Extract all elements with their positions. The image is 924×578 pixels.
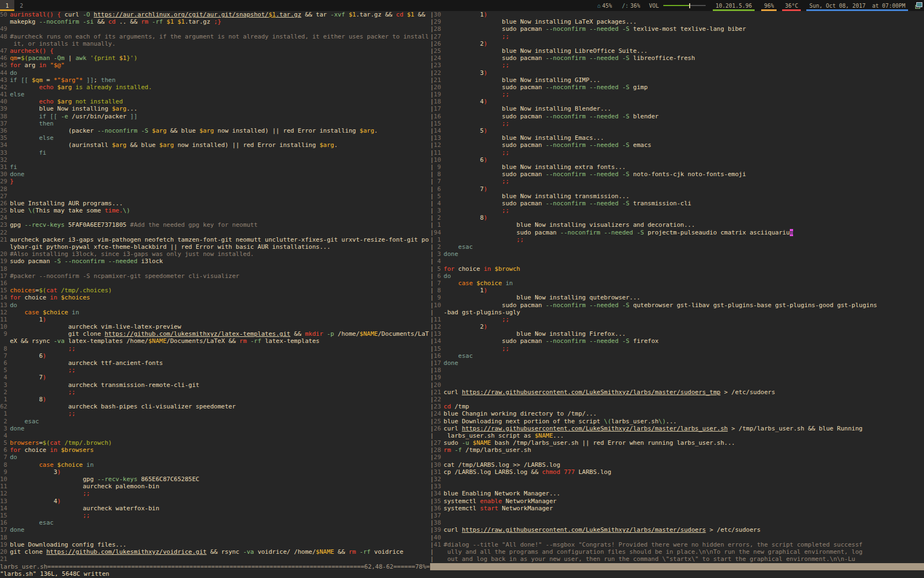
code-row: lybar-git python-pywal xfce-theme-blackb…: [0, 243, 430, 250]
code-row: |39curl https://raw.githubusercontent.co…: [430, 526, 924, 533]
code-row: 23gpg --recv-keys 5FAF0A6EE7371805 #Add …: [0, 221, 430, 228]
window-separator: |: [430, 11, 434, 18]
code-row: 48#aurcheck runs on each of its argument…: [0, 33, 430, 40]
window-separator: |: [430, 127, 434, 134]
workspace-button-2[interactable]: 2: [14, 0, 29, 11]
line-number: 8: [434, 287, 441, 294]
code-row: |1 blue Now installing visualizers and d…: [430, 221, 924, 228]
left-pane[interactable]: 50aurinstall() { curl -O https://aur.arc…: [0, 11, 430, 563]
code-row: 13do: [0, 302, 430, 309]
line-number: 29: [0, 178, 7, 185]
code-row: |25blue Downloading next portion of the …: [430, 418, 924, 425]
line-number: 28: [434, 25, 441, 32]
line-number: 20: [0, 548, 7, 555]
code-row: 3 aurcheck transmission-remote-cli-git: [0, 381, 430, 389]
window-separator: |: [430, 425, 434, 432]
root-usage-value: 36%: [630, 3, 640, 9]
vim-editor: 50aurinstall() { curl -O https://aur.arc…: [0, 11, 924, 578]
line-number: 16: [434, 113, 441, 120]
line-number: 28: [434, 446, 441, 454]
window-separator: |: [430, 410, 434, 417]
code-row: 50aurinstall() { curl -O https://aur.arc…: [0, 11, 430, 18]
window-separator: |: [430, 345, 434, 352]
line-number: 29: [434, 18, 441, 25]
code-row: 41else: [0, 91, 430, 98]
code-row: |5 blue Now installing transmission...: [430, 193, 924, 200]
code-row: |24 sudo pacman --noconfirm --needed -S …: [430, 54, 924, 62]
line-number: 17: [0, 526, 7, 533]
statusline-inactive: larbs_user.sh===========================…: [0, 563, 430, 570]
tray-monitor-icon[interactable]: [915, 2, 923, 9]
line-number: 16: [0, 519, 7, 526]
line-number: 8: [0, 461, 7, 468]
window-separator: |: [430, 69, 434, 77]
window-separator: |: [430, 330, 434, 337]
line-number: 15: [434, 120, 441, 127]
window-separator: |: [430, 403, 434, 410]
code-row: |25 blue Now installing LibreOffice Suit…: [430, 47, 924, 54]
code-row: 44do: [0, 69, 430, 77]
vim-message-line: "larbs.sh" 136L, 5648C written: [0, 570, 924, 577]
line-number: 10: [0, 323, 7, 330]
line-number: 18: [434, 98, 441, 105]
window-separator: |: [430, 294, 434, 301]
window-separator: |: [430, 113, 434, 120]
line-number: 3: [434, 250, 441, 258]
code-row: |24blue Changin working directory to /tm…: [430, 410, 924, 417]
code-row: 2 ;;: [0, 389, 430, 396]
home-icon: ⌂: [597, 3, 601, 9]
code-row: 40 echo $arg not installed: [0, 98, 430, 105]
code-row: 7do: [0, 454, 430, 461]
line-number: 20: [434, 84, 441, 91]
code-row: | out and log back in as your new user, …: [430, 555, 924, 563]
line-number: 34: [0, 141, 7, 149]
code-row: |35systemctl enable NetworkManager: [430, 498, 924, 505]
code-row: |29 blue Now installing LaTeX packages..…: [430, 18, 924, 25]
line-number: 12: [0, 309, 7, 316]
code-row: 8 case $choice in: [0, 461, 430, 468]
line-number: 2: [434, 243, 441, 250]
line-number: 36: [434, 505, 441, 512]
code-row: 1 ;;: [0, 410, 430, 417]
code-row: 6for choice in $browsers: [0, 446, 430, 454]
volume-slider[interactable]: [663, 0, 706, 11]
line-number: 26: [434, 425, 441, 432]
right-pane[interactable]: |30 1)|29 blue Now installing LaTeX pack…: [430, 11, 924, 563]
line-number: 19: [0, 541, 7, 548]
code-row: |20 sudo pacman --noconfirm --needed -S …: [430, 84, 924, 91]
window-separator: |: [430, 461, 434, 468]
window-separator: |: [430, 446, 434, 454]
line-number: 39: [434, 526, 441, 533]
line-number: 31: [0, 163, 7, 171]
line-number: 3: [0, 381, 7, 389]
code-row: |15 ;;: [430, 345, 924, 352]
code-row: |20: [430, 381, 924, 389]
code-row: |11 ;;: [430, 149, 924, 156]
line-number: 49: [0, 25, 7, 32]
line-number: 40: [0, 98, 7, 105]
code-row: 9 git clone https://github.com/lukesmith…: [0, 330, 430, 337]
window-separator: |: [430, 505, 434, 512]
code-row: |6 7): [430, 186, 924, 193]
code-row: 17#packer --noconfirm -S ncpamixer-git s…: [0, 272, 430, 280]
code-row: 21aurcheck packer i3-gaps vim-pathogen n…: [0, 236, 430, 243]
window-separator: |: [430, 221, 434, 228]
code-row: |19: [430, 374, 924, 381]
code-row: |17done: [430, 359, 924, 367]
window-separator: |: [430, 258, 434, 265]
window-separator: |: [430, 432, 434, 439]
window-separator: |: [430, 207, 434, 214]
line-number: 28: [0, 186, 7, 193]
line-number: 2: [0, 418, 7, 425]
line-number: [434, 548, 441, 555]
window-separator: |: [430, 77, 434, 84]
line-number: 19: [434, 374, 441, 381]
workspace-button-1[interactable]: 1: [0, 0, 14, 11]
code-row: 5 ;;: [0, 367, 430, 374]
line-number: 16: [434, 352, 441, 359]
code-row: |17 blue Now installing Blender...: [430, 105, 924, 112]
code-row: 26blue Installing AUR programs...: [0, 200, 430, 207]
line-number: 14: [434, 127, 441, 134]
volume-slider-track: [690, 5, 706, 6]
line-number: 2: [434, 214, 441, 221]
